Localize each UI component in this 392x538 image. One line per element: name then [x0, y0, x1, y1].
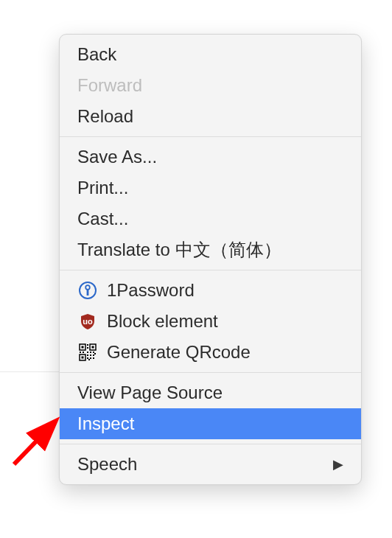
svg-rect-19: [93, 354, 94, 356]
menu-divider: [60, 444, 361, 444]
menu-item-label: Back: [77, 42, 343, 67]
menu-item-label: Generate QRcode: [107, 340, 343, 365]
svg-rect-10: [87, 344, 88, 346]
menu-item-label: View Page Source: [77, 380, 343, 405]
qrcode-icon: [77, 342, 98, 363]
svg-rect-2: [87, 289, 89, 296]
menu-item-generate-qrcode[interactable]: Generate QRcode: [60, 337, 361, 368]
ublock-shield-icon: uo: [77, 311, 98, 332]
menu-item-translate[interactable]: Translate to 中文（简体）: [60, 234, 361, 265]
menu-item-reload[interactable]: Reload: [60, 101, 361, 132]
menu-item-print[interactable]: Print...: [60, 172, 361, 203]
svg-rect-20: [87, 357, 88, 359]
svg-rect-23: [94, 353, 96, 354]
svg-point-1: [85, 285, 90, 290]
menu-item-label: Speech: [77, 452, 324, 477]
menu-item-label: Forward: [77, 73, 343, 98]
svg-text:uo: uo: [83, 317, 93, 326]
menu-item-view-source[interactable]: View Page Source: [60, 377, 361, 408]
menu-item-label: 1Password: [107, 278, 343, 303]
svg-rect-22: [93, 357, 94, 359]
svg-rect-7: [92, 346, 94, 349]
context-menu: Back Forward Reload Save As... Print... …: [59, 34, 362, 485]
svg-rect-15: [90, 352, 91, 353]
svg-rect-12: [80, 352, 81, 353]
menu-item-label: Block element: [107, 309, 343, 334]
annotation-arrow-icon: [5, 411, 64, 470]
menu-item-label: Translate to 中文（简体）: [77, 237, 343, 262]
menu-item-forward: Forward: [60, 70, 361, 101]
svg-rect-5: [82, 346, 84, 349]
menu-divider: [60, 136, 361, 137]
menu-item-block-element[interactable]: uo Block element: [60, 306, 361, 337]
submenu-arrow-icon: ▶: [333, 452, 343, 477]
svg-rect-18: [90, 354, 91, 356]
menu-item-label: Cast...: [77, 206, 343, 231]
menu-divider: [60, 372, 361, 373]
menu-item-cast[interactable]: Cast...: [60, 203, 361, 234]
svg-rect-17: [87, 354, 88, 356]
menu-item-label: Inspect: [77, 411, 343, 436]
background-separator: [0, 371, 59, 372]
svg-rect-11: [87, 347, 88, 349]
menu-item-save-as[interactable]: Save As...: [60, 142, 361, 172]
svg-rect-13: [83, 352, 84, 353]
svg-rect-14: [87, 352, 88, 353]
svg-rect-9: [82, 357, 84, 359]
menu-item-label: Reload: [77, 104, 343, 129]
svg-rect-21: [90, 357, 91, 359]
menu-item-back[interactable]: Back: [60, 39, 361, 70]
menu-item-label: Save As...: [77, 144, 343, 170]
svg-rect-16: [93, 352, 94, 353]
svg-rect-24: [88, 359, 90, 360]
menu-divider: [60, 270, 361, 270]
menu-item-inspect[interactable]: Inspect: [60, 408, 361, 439]
menu-item-label: Print...: [77, 175, 343, 200]
menu-item-speech[interactable]: Speech ▶: [60, 449, 361, 480]
svg-line-26: [14, 423, 54, 464]
1password-icon: [77, 280, 98, 301]
menu-item-1password[interactable]: 1Password: [60, 275, 361, 306]
